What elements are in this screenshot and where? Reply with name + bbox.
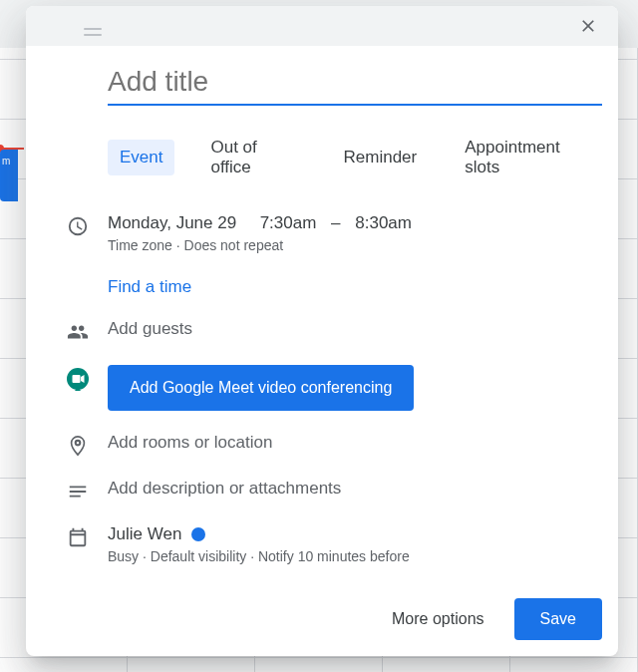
description-icon [67, 481, 89, 503]
close-icon [578, 16, 598, 36]
location-pin-icon [67, 435, 89, 457]
dialog-header [26, 6, 618, 46]
close-button[interactable] [570, 8, 606, 44]
event-title-input[interactable] [108, 62, 602, 106]
timezone-link[interactable]: Time zone [108, 237, 172, 253]
google-meet-icon [66, 367, 90, 391]
dialog-footer: More options Save [26, 588, 618, 656]
tab-reminder[interactable]: Reminder [332, 140, 430, 175]
drag-handle-icon[interactable] [84, 28, 102, 36]
event-editor-dialog: Event Out of office Reminder Appointment… [26, 6, 618, 656]
background-event-chip[interactable]: m [0, 150, 18, 201]
tab-event[interactable]: Event [108, 140, 174, 175]
svg-point-2 [76, 441, 80, 445]
event-time-sub: Time zone · Does not repeat [108, 237, 602, 253]
event-type-tabs: Event Out of office Reminder Appointment… [108, 130, 602, 185]
calendar-color-dot[interactable] [191, 527, 205, 541]
save-button[interactable]: Save [514, 598, 602, 640]
event-start-time[interactable]: 7:30am [260, 213, 317, 232]
people-icon [67, 321, 89, 343]
more-options-button[interactable]: More options [378, 600, 498, 638]
add-location-field[interactable]: Add rooms or location [108, 433, 602, 453]
event-end-time[interactable]: 8:30am [355, 213, 412, 232]
tab-out-of-office[interactable]: Out of office [198, 130, 307, 185]
event-settings-summary[interactable]: Busy · Default visibility · Notify 10 mi… [108, 548, 602, 564]
calendar-icon [67, 526, 89, 548]
add-guests-field[interactable]: Add guests [108, 319, 602, 339]
find-a-time-link[interactable]: Find a time [108, 277, 602, 297]
svg-rect-1 [73, 375, 81, 383]
time-dash: – [331, 213, 340, 232]
event-date[interactable]: Monday, June 29 [108, 213, 236, 232]
calendar-owner-row[interactable]: Julie Wen [108, 524, 602, 544]
add-description-field[interactable]: Add description or attachments [108, 479, 602, 499]
clock-icon [67, 215, 89, 237]
add-google-meet-button[interactable]: Add Google Meet video conferencing [108, 365, 414, 411]
calendar-owner-name: Julie Wen [108, 524, 181, 544]
event-time-summary[interactable]: Monday, June 29 7:30am – 8:30am [108, 213, 602, 233]
tab-appointment-slots[interactable]: Appointment slots [453, 130, 602, 185]
repeat-link[interactable]: Does not repeat [184, 237, 284, 253]
